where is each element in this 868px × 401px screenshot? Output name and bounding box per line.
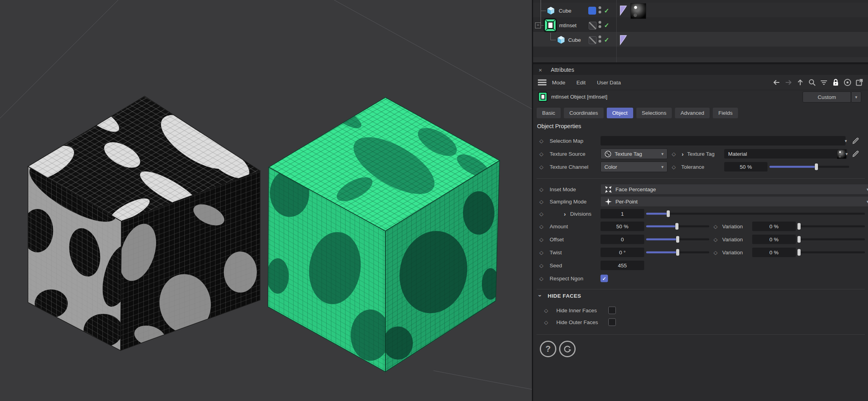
- filter-icon[interactable]: [820, 78, 828, 87]
- enabled-check-icon[interactable]: ✓: [604, 22, 609, 29]
- preset-dropdown[interactable]: Custom: [803, 91, 851, 103]
- polygon-selection-tag-icon[interactable]: [619, 35, 628, 45]
- respect-ngon-checkbox[interactable]: ✓: [600, 275, 608, 282]
- enabled-check-icon[interactable]: ✓: [604, 36, 609, 44]
- menu-user-data[interactable]: User Data: [597, 80, 621, 86]
- reset-button[interactable]: [559, 341, 576, 357]
- twist-variation-slider[interactable]: [798, 252, 865, 254]
- pick-pen-icon[interactable]: [851, 136, 860, 145]
- chevron-down-icon[interactable]: ▾: [846, 151, 848, 157]
- keyframe-diamond[interactable]: ◇: [714, 250, 717, 256]
- twist-slider[interactable]: [646, 252, 709, 254]
- amount-field[interactable]: 50 %: [600, 222, 644, 231]
- lock-icon[interactable]: [831, 78, 840, 87]
- seed-field[interactable]: 455: [600, 261, 644, 270]
- preset-dropdown-arrow[interactable]: ▾: [851, 91, 861, 103]
- close-icon[interactable]: ×: [539, 66, 542, 73]
- twist-field[interactable]: 0 °: [600, 248, 644, 257]
- slider-knob[interactable]: [797, 249, 801, 256]
- texture-source-dropdown[interactable]: Texture Tag ▾: [600, 149, 667, 159]
- back-arrow-icon[interactable]: [772, 78, 781, 87]
- amount-variation-slider[interactable]: [798, 226, 865, 228]
- layer-slash-chip[interactable]: [589, 36, 597, 44]
- focus-target-icon[interactable]: [843, 78, 852, 87]
- layer-slash-chip[interactable]: [589, 22, 597, 30]
- tab-advanced[interactable]: Advanced: [675, 108, 710, 118]
- up-arrow-icon[interactable]: [796, 78, 805, 87]
- keyframe-diamond[interactable]: ◇: [539, 237, 543, 242]
- viewport-3d[interactable]: [0, 0, 533, 401]
- keyframe-diamond[interactable]: ◇: [544, 308, 548, 313]
- slider-knob[interactable]: [676, 236, 679, 243]
- keyframe-diamond[interactable]: ◇: [539, 199, 543, 205]
- hide-outer-faces-checkbox[interactable]: [608, 319, 616, 326]
- texture-channel-dropdown[interactable]: Color ▾: [600, 162, 667, 172]
- help-button[interactable]: ?: [540, 341, 556, 357]
- keyframe-diamond[interactable]: ◇: [539, 151, 543, 157]
- material-preview-thumb[interactable]: [630, 3, 646, 19]
- keyframe-diamond[interactable]: ◇: [539, 250, 543, 256]
- pick-pen-icon[interactable]: [851, 149, 860, 158]
- tab-fields[interactable]: Fields: [713, 108, 738, 118]
- sampling-mode-dropdown[interactable]: Per-Point ▾: [600, 196, 868, 207]
- collapse-chevron-icon[interactable]: ›: [537, 295, 544, 297]
- slider-knob[interactable]: [675, 223, 678, 230]
- offset-variation-slider[interactable]: [798, 239, 865, 241]
- amount-slider[interactable]: [646, 226, 709, 228]
- om-object-name[interactable]: Cube: [568, 37, 581, 43]
- tolerance-field[interactable]: 50 %: [724, 162, 768, 172]
- tab-basic[interactable]: Basic: [537, 108, 561, 118]
- enabled-check-icon[interactable]: ✓: [604, 7, 609, 15]
- slider-knob[interactable]: [797, 236, 801, 243]
- material-preview-thumb[interactable]: [837, 149, 846, 159]
- selection-map-field[interactable]: [600, 136, 846, 145]
- menu-mode[interactable]: Mode: [552, 80, 565, 86]
- keyframe-diamond[interactable]: ◇: [672, 151, 676, 157]
- cube-icon[interactable]: [546, 6, 556, 15]
- offset-variation-field[interactable]: 0 %: [752, 235, 796, 244]
- tab-selections[interactable]: Selections: [636, 108, 672, 118]
- slider-knob[interactable]: [667, 211, 670, 217]
- offset-field[interactable]: 0: [600, 235, 644, 244]
- visibility-dot-render[interactable]: [598, 40, 601, 43]
- keyframe-diamond[interactable]: ◇: [714, 237, 717, 242]
- keyframe-diamond[interactable]: ◇: [539, 211, 543, 217]
- expand-chevron-icon[interactable]: ›: [682, 151, 684, 157]
- om-object-name[interactable]: Cube: [559, 8, 571, 14]
- menu-hamburger-icon[interactable]: [538, 78, 546, 87]
- tab-coordinates[interactable]: Coordinates: [564, 108, 604, 118]
- keyframe-diamond[interactable]: ◇: [539, 138, 543, 144]
- expand-chevron-icon[interactable]: ›: [564, 211, 566, 217]
- viewport-canvas[interactable]: [0, 0, 533, 401]
- slider-knob[interactable]: [815, 164, 818, 170]
- keyframe-diamond[interactable]: ◇: [539, 224, 543, 229]
- visibility-dot-editor[interactable]: [598, 35, 601, 38]
- hide-faces-group-header[interactable]: › HIDE FACES: [533, 291, 868, 301]
- chevron-down-icon[interactable]: ▾: [845, 138, 847, 144]
- keyframe-diamond[interactable]: ◇: [539, 276, 543, 282]
- keyframe-diamond[interactable]: ◇: [539, 187, 543, 192]
- keyframe-diamond[interactable]: ◇: [672, 164, 676, 170]
- visibility-dot-editor[interactable]: [598, 21, 601, 24]
- collapse-expander[interactable]: −: [535, 22, 541, 28]
- amount-variation-field[interactable]: 0 %: [752, 222, 796, 231]
- polygon-selection-tag-icon[interactable]: [619, 5, 628, 16]
- om-object-name[interactable]: mtInset: [559, 22, 576, 28]
- keyframe-diamond[interactable]: ◇: [539, 164, 543, 170]
- menu-edit[interactable]: Edit: [576, 80, 585, 86]
- cube-icon[interactable]: [556, 35, 566, 45]
- texture-tag-field[interactable]: Material: [724, 149, 847, 159]
- inset-mode-dropdown[interactable]: Face Percentage ▾: [600, 184, 868, 195]
- search-icon[interactable]: [808, 78, 816, 87]
- visibility-dot-render[interactable]: [598, 11, 601, 13]
- keyframe-diamond[interactable]: ◇: [544, 319, 548, 325]
- visibility-dot-render[interactable]: [598, 25, 601, 28]
- new-window-icon[interactable]: [855, 78, 864, 87]
- tab-object[interactable]: Object: [607, 108, 633, 118]
- slider-knob[interactable]: [676, 249, 679, 256]
- divisions-field[interactable]: 1: [600, 209, 644, 218]
- keyframe-diamond[interactable]: ◇: [539, 263, 543, 269]
- hide-inner-faces-checkbox[interactable]: [608, 307, 616, 314]
- visibility-dot-editor[interactable]: [598, 6, 601, 9]
- mtinset-icon[interactable]: [544, 18, 557, 32]
